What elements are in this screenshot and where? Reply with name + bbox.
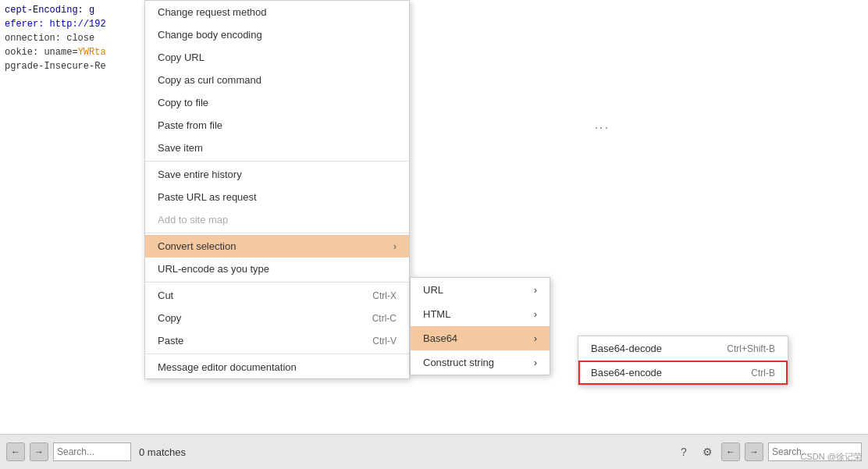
menu-item-save-item[interactable]: Save item <box>145 137 409 159</box>
menu-item-paste-file[interactable]: Paste from file <box>145 114 409 137</box>
context-menu-2: URL › HTML › Base64 › Construct string › <box>410 277 550 375</box>
help-icon[interactable]: ? <box>674 442 693 461</box>
menu-item-base64-encode[interactable]: Base64-encode Ctrl-B <box>578 361 788 385</box>
context-menu-3: Base64-decode Ctrl+Shift-B Base64-encode… <box>578 336 788 386</box>
html-arrow: › <box>534 308 537 320</box>
req-line-3: onnection: close <box>5 31 151 45</box>
copy-shortcut: Ctrl-C <box>372 313 397 324</box>
nav-back-icon: ← <box>11 446 20 457</box>
bottom-bar: ← → 0 matches ? ⚙ ← → <box>0 434 868 469</box>
menu-item-html[interactable]: HTML › <box>411 302 550 326</box>
menu-item-copy-curl[interactable]: Copy as curl command <box>145 69 409 91</box>
construct-string-arrow: › <box>534 357 537 368</box>
cut-shortcut: Ctrl-X <box>372 290 397 301</box>
base64-decode-shortcut: Ctrl+Shift-B <box>727 343 775 354</box>
menu-item-url-encode[interactable]: URL-encode as you type <box>145 258 409 280</box>
menu-item-url[interactable]: URL › <box>411 278 550 302</box>
bottom-nav-back-button[interactable]: ← <box>721 442 740 461</box>
menu-item-change-body-encoding[interactable]: Change body encoding <box>145 23 409 46</box>
req-line-5: pgrade-Insecure-Re <box>5 59 151 73</box>
menu-item-editor-docs[interactable]: Message editor documentation <box>145 356 409 378</box>
three-dots-icon[interactable]: ⋮ <box>593 121 610 135</box>
menu-item-add-sitemap: Add to site map <box>145 208 409 231</box>
url-arrow: › <box>534 284 537 296</box>
menu-item-base64[interactable]: Base64 › <box>411 326 550 350</box>
menu-item-save-history[interactable]: Save entire history <box>145 163 409 186</box>
menu-item-base64-decode[interactable]: Base64-decode Ctrl+Shift-B <box>578 336 788 361</box>
separator-3 <box>145 282 409 282</box>
bottom-nav-back-icon: ← <box>726 446 735 457</box>
menu-item-copy-url[interactable]: Copy URL <box>145 46 409 69</box>
watermark: CSDN @徐记荣 <box>801 451 862 463</box>
base64-arrow: › <box>534 332 537 344</box>
matches-text: 0 matches <box>139 446 186 458</box>
base64-encode-shortcut: Ctrl-B <box>751 368 775 378</box>
paste-shortcut: Ctrl-V <box>372 336 397 346</box>
menu-item-copy-file[interactable]: Copy to file <box>145 91 409 114</box>
settings-icon[interactable]: ⚙ <box>698 442 717 461</box>
nav-back-button[interactable]: ← <box>6 442 25 461</box>
bottom-nav-forward-button[interactable]: → <box>745 442 763 461</box>
menu-item-cut[interactable]: Cut Ctrl-X <box>145 284 409 307</box>
menu-item-convert-selection[interactable]: Convert selection › <box>145 235 409 258</box>
req-line-1: cept-Encoding: g <box>5 3 151 17</box>
menu-item-construct-string[interactable]: Construct string › <box>411 350 550 375</box>
separator-1 <box>145 161 409 162</box>
request-text-panel: cept-Encoding: g eferer: http://192 onne… <box>0 0 156 414</box>
menu-item-paste[interactable]: Paste Ctrl-V <box>145 329 409 352</box>
nav-forward-icon: → <box>34 446 44 457</box>
bottom-nav-forward-icon: → <box>749 446 759 457</box>
separator-2 <box>145 233 409 233</box>
separator-4 <box>145 354 409 354</box>
context-menu-1: Change request method Change body encodi… <box>144 0 410 379</box>
convert-selection-arrow: › <box>393 241 397 252</box>
nav-forward-button[interactable]: → <box>30 442 48 461</box>
menu-item-paste-url-request[interactable]: Paste URL as request <box>145 186 409 208</box>
menu-item-copy[interactable]: Copy Ctrl-C <box>145 307 409 329</box>
req-line-4: ookie: uname=YWRta <box>5 45 151 59</box>
search-input-left[interactable] <box>53 442 131 461</box>
req-line-2: eferer: http://192 <box>5 17 151 31</box>
menu-item-change-request-method[interactable]: Change request method <box>145 1 409 23</box>
